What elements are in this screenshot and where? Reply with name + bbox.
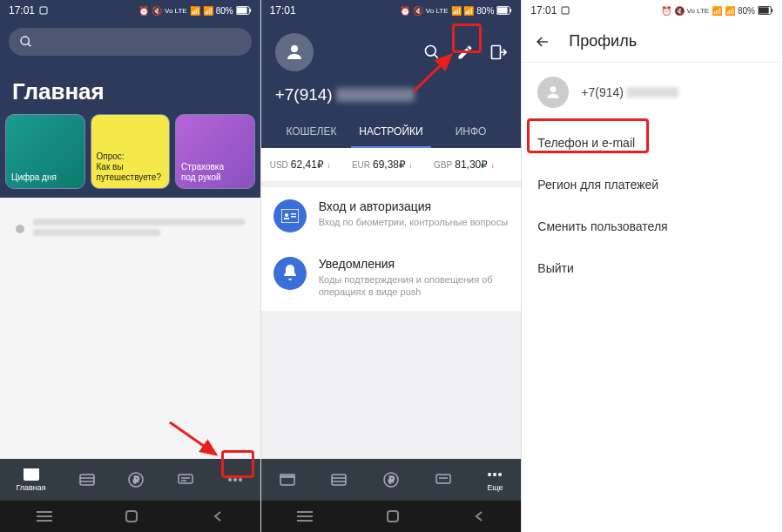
settings-body: USD 62,41₽ ↓ EUR 69,38₽ ↓ GBP 81,30₽ ↓ В… (261, 148, 522, 459)
tab-settings[interactable]: НАСТРОЙКИ (351, 117, 431, 148)
bell-icon (273, 257, 307, 290)
menu-switch-user[interactable]: Сменить пользователя (522, 205, 782, 247)
promo-cards: Цифра дня Опрос: Как вы путешествуете? С… (0, 114, 260, 198)
list-item[interactable] (9, 212, 252, 246)
svg-rect-0 (40, 7, 47, 14)
screen-settings: 17:01 ⏰ 🔇Vo LTE📶 📶 80% +7(914) КОШЕЛЕК Н… (261, 0, 523, 532)
svg-rect-2 (237, 7, 247, 13)
back-button[interactable] (212, 510, 224, 522)
menu-phone-email[interactable]: Телефон и e-mail (522, 122, 782, 164)
svg-point-33 (285, 213, 288, 217)
content-area (0, 198, 260, 459)
svg-rect-34 (284, 218, 289, 219)
page-title: Главная (0, 66, 260, 114)
svg-rect-7 (24, 468, 39, 471)
alarm-icon: ⏰ (138, 6, 149, 16)
edit-icon[interactable] (456, 44, 474, 61)
svg-point-59 (550, 86, 557, 92)
menu-region[interactable]: Регион для платежей (522, 164, 782, 205)
status-bar: 17:01 ⏰ 🔇Vo LTE📶 📶 80% (522, 0, 782, 21)
recent-button[interactable] (37, 510, 52, 522)
svg-text:₽: ₽ (388, 475, 394, 485)
screen-home: 17:01 ⏰ 🔇 Vo LTE 📶 📶 80% Главная Цифра д… (0, 0, 261, 532)
header (0, 21, 260, 66)
svg-line-5 (28, 44, 30, 46)
svg-rect-13 (179, 475, 192, 483)
nav-more[interactable] (226, 473, 244, 487)
nav-payments[interactable]: ₽ (127, 473, 145, 487)
phone-number: +7(914) (581, 85, 678, 99)
svg-rect-8 (80, 475, 94, 485)
avatar[interactable] (275, 33, 314, 71)
svg-text:₽: ₽ (133, 475, 139, 485)
svg-rect-44 (436, 475, 450, 483)
logout-icon[interactable] (489, 44, 507, 61)
nav-chat[interactable] (435, 473, 452, 487)
profile-body: +7(914) Телефон и e-mail Регион для плат… (522, 63, 782, 532)
status-time: 17:01 (530, 4, 557, 17)
svg-point-47 (493, 473, 496, 476)
profile-header: +7(914) КОШЕЛЕК НАСТРОЙКИ ИНФО (261, 21, 522, 148)
mute-icon: 🔇 (152, 6, 162, 16)
setting-notifications[interactable]: УведомленияКоды подтверждения и оповещен… (261, 245, 522, 311)
rate-eur[interactable]: EUR 69,38₽ ↓ (352, 158, 430, 171)
rate-gbp[interactable]: GBP 81,30₽ ↓ (434, 158, 512, 171)
home-button[interactable] (125, 509, 138, 523)
svg-rect-35 (291, 213, 296, 215)
rate-usd[interactable]: USD 62,41₽ ↓ (270, 158, 348, 171)
back-button[interactable] (473, 510, 485, 522)
avatar (537, 77, 569, 108)
recent-button[interactable] (297, 510, 313, 522)
card-digit[interactable]: Цифра дня (5, 114, 85, 189)
svg-point-16 (228, 478, 232, 481)
nav-home[interactable]: Главная (16, 468, 45, 492)
nav-catalog[interactable] (78, 473, 96, 487)
nav-chat[interactable] (177, 473, 194, 487)
svg-rect-31 (492, 46, 501, 59)
android-nav (261, 501, 522, 532)
svg-point-46 (488, 473, 491, 476)
tab-wallet[interactable]: КОШЕЛЕК (272, 117, 352, 148)
search-input[interactable] (9, 28, 252, 56)
screen-profile: 17:01 ⏰ 🔇Vo LTE📶 📶 80% Профиль +7(914) Т… (522, 0, 783, 532)
svg-rect-52 (388, 511, 398, 522)
status-time: 17:01 (9, 4, 35, 17)
svg-point-18 (239, 478, 242, 481)
back-icon[interactable] (534, 33, 551, 51)
menu-logout[interactable]: Выйти (522, 247, 782, 289)
battery-pct: 80% (216, 6, 233, 16)
tabs: КОШЕЛЕК НАСТРОЙКИ ИНФО (272, 117, 511, 148)
status-time: 17:01 (270, 4, 296, 17)
svg-rect-58 (771, 9, 773, 12)
currency-rates: USD 62,41₽ ↓ EUR 69,38₽ ↓ GBP 81,30₽ ↓ (261, 148, 522, 182)
svg-rect-27 (510, 9, 512, 12)
nav-more[interactable]: Еще (486, 468, 503, 492)
status-bar: 17:01 ⏰ 🔇Vo LTE📶 📶 80% (261, 0, 522, 21)
svg-point-28 (291, 45, 298, 52)
svg-rect-6 (24, 470, 39, 481)
setting-auth[interactable]: Вход и авторизацияВход по биометрии, кон… (261, 187, 522, 245)
card-survey[interactable]: Опрос: Как вы путешествуете? (91, 114, 171, 189)
svg-point-4 (21, 37, 29, 44)
phone-number: +7(914) (272, 80, 511, 117)
arrow-down-icon: ↓ (490, 160, 495, 170)
nav-catalog[interactable] (330, 473, 348, 487)
svg-point-29 (426, 46, 436, 57)
nav-payments[interactable]: ₽ (382, 473, 400, 487)
page-title: Профиль (569, 32, 637, 51)
battery-icon (236, 6, 252, 15)
svg-line-30 (435, 55, 438, 58)
nav-home[interactable] (279, 473, 296, 487)
arrow-down-icon: ↓ (327, 160, 331, 170)
android-nav (0, 501, 260, 532)
tab-info[interactable]: ИНФО (431, 117, 511, 148)
svg-rect-22 (126, 511, 137, 522)
card-insurance[interactable]: Страховка под рукой (175, 114, 255, 189)
svg-point-48 (498, 473, 502, 476)
home-button[interactable] (386, 509, 400, 523)
svg-rect-26 (497, 7, 508, 13)
bottom-nav: ₽ Еще (261, 459, 522, 501)
search-icon[interactable] (423, 44, 441, 61)
svg-rect-57 (759, 7, 769, 13)
svg-point-17 (233, 478, 237, 481)
